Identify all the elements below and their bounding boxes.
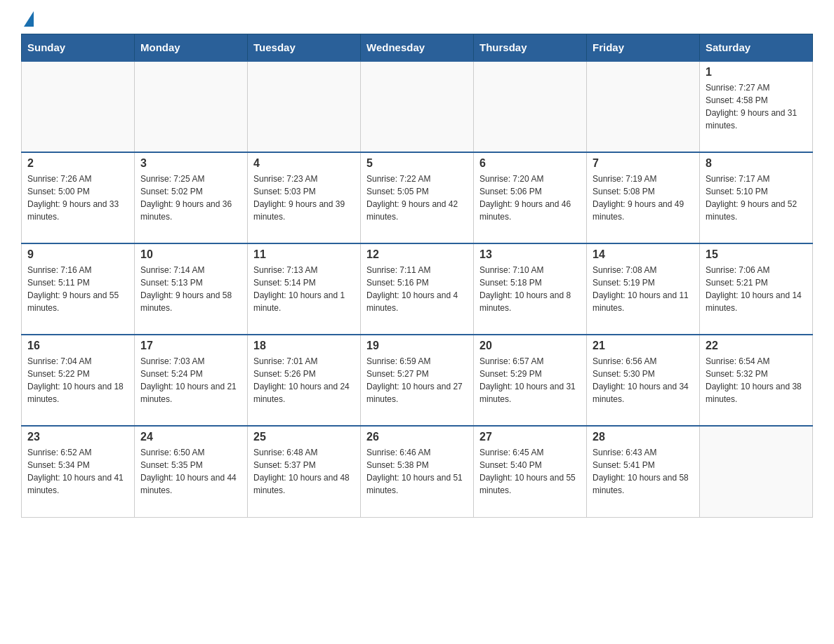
day-number: 19	[366, 340, 468, 352]
day-of-week-header: Sunday	[22, 34, 135, 62]
calendar-day-cell: 12Sunrise: 7:11 AM Sunset: 5:16 PM Dayli…	[361, 243, 474, 335]
day-info: Sunrise: 7:03 AM Sunset: 5:24 PM Dayligh…	[140, 355, 241, 405]
day-of-week-header: Monday	[135, 34, 248, 62]
calendar-day-cell	[135, 61, 248, 152]
day-info: Sunrise: 6:54 AM Sunset: 5:32 PM Dayligh…	[706, 355, 807, 405]
day-info: Sunrise: 6:50 AM Sunset: 5:35 PM Dayligh…	[140, 446, 241, 497]
day-info: Sunrise: 7:20 AM Sunset: 5:06 PM Dayligh…	[479, 173, 581, 223]
calendar-day-cell: 19Sunrise: 6:59 AM Sunset: 5:27 PM Dayli…	[361, 335, 474, 426]
calendar-week-row: 9Sunrise: 7:16 AM Sunset: 5:11 PM Daylig…	[22, 243, 813, 335]
day-info: Sunrise: 7:22 AM Sunset: 5:05 PM Dayligh…	[366, 173, 468, 223]
day-info: Sunrise: 6:43 AM Sunset: 5:41 PM Dayligh…	[593, 446, 694, 497]
day-info: Sunrise: 6:52 AM Sunset: 5:34 PM Dayligh…	[27, 446, 128, 497]
day-number: 16	[27, 340, 128, 352]
page-header	[21, 14, 813, 27]
day-info: Sunrise: 6:45 AM Sunset: 5:40 PM Dayligh…	[479, 446, 581, 497]
day-number: 6	[479, 157, 581, 170]
day-number: 28	[593, 431, 694, 443]
day-number: 5	[366, 157, 468, 170]
day-number: 13	[479, 248, 581, 261]
day-number: 3	[140, 157, 241, 170]
day-info: Sunrise: 7:19 AM Sunset: 5:08 PM Dayligh…	[593, 173, 694, 223]
day-number: 7	[593, 157, 694, 170]
day-info: Sunrise: 7:14 AM Sunset: 5:13 PM Dayligh…	[140, 264, 241, 314]
day-info: Sunrise: 6:46 AM Sunset: 5:38 PM Dayligh…	[366, 446, 468, 497]
day-info: Sunrise: 6:48 AM Sunset: 5:37 PM Dayligh…	[253, 446, 355, 497]
day-number: 2	[27, 157, 128, 170]
calendar-day-cell	[361, 61, 474, 152]
calendar-day-cell: 27Sunrise: 6:45 AM Sunset: 5:40 PM Dayli…	[474, 426, 587, 517]
day-info: Sunrise: 6:59 AM Sunset: 5:27 PM Dayligh…	[366, 355, 468, 405]
logo	[21, 14, 34, 27]
calendar-day-cell: 1Sunrise: 7:27 AM Sunset: 4:58 PM Daylig…	[700, 61, 813, 152]
calendar-day-cell	[587, 61, 700, 152]
calendar-day-cell: 7Sunrise: 7:19 AM Sunset: 5:08 PM Daylig…	[587, 152, 700, 243]
day-number: 15	[706, 248, 807, 261]
calendar-day-cell: 13Sunrise: 7:10 AM Sunset: 5:18 PM Dayli…	[474, 243, 587, 335]
calendar-day-cell	[22, 61, 135, 152]
day-of-week-header: Saturday	[700, 34, 813, 62]
day-number: 8	[706, 157, 807, 170]
calendar-day-cell: 8Sunrise: 7:17 AM Sunset: 5:10 PM Daylig…	[700, 152, 813, 243]
day-info: Sunrise: 7:25 AM Sunset: 5:02 PM Dayligh…	[140, 173, 241, 223]
day-of-week-header: Tuesday	[248, 34, 361, 62]
day-info: Sunrise: 7:04 AM Sunset: 5:22 PM Dayligh…	[27, 355, 128, 405]
day-number: 11	[253, 248, 355, 261]
day-info: Sunrise: 6:56 AM Sunset: 5:30 PM Dayligh…	[593, 355, 694, 405]
day-number: 10	[140, 248, 241, 261]
day-info: Sunrise: 7:27 AM Sunset: 4:58 PM Dayligh…	[706, 81, 807, 132]
day-number: 20	[479, 340, 581, 352]
day-number: 4	[253, 157, 355, 170]
calendar-day-cell: 25Sunrise: 6:48 AM Sunset: 5:37 PM Dayli…	[248, 426, 361, 517]
calendar-day-cell: 14Sunrise: 7:08 AM Sunset: 5:19 PM Dayli…	[587, 243, 700, 335]
day-number: 1	[706, 66, 807, 79]
calendar-day-cell	[700, 426, 813, 517]
calendar-day-cell: 3Sunrise: 7:25 AM Sunset: 5:02 PM Daylig…	[135, 152, 248, 243]
calendar-day-cell: 4Sunrise: 7:23 AM Sunset: 5:03 PM Daylig…	[248, 152, 361, 243]
calendar-day-cell: 21Sunrise: 6:56 AM Sunset: 5:30 PM Dayli…	[587, 335, 700, 426]
day-number: 24	[140, 431, 241, 443]
day-number: 22	[706, 340, 807, 352]
day-number: 26	[366, 431, 468, 443]
calendar-day-cell: 22Sunrise: 6:54 AM Sunset: 5:32 PM Dayli…	[700, 335, 813, 426]
day-info: Sunrise: 7:11 AM Sunset: 5:16 PM Dayligh…	[366, 264, 468, 314]
calendar-day-cell: 24Sunrise: 6:50 AM Sunset: 5:35 PM Dayli…	[135, 426, 248, 517]
day-number: 21	[593, 340, 694, 352]
day-info: Sunrise: 7:01 AM Sunset: 5:26 PM Dayligh…	[253, 355, 355, 405]
day-number: 9	[27, 248, 128, 261]
day-info: Sunrise: 7:17 AM Sunset: 5:10 PM Dayligh…	[706, 173, 807, 223]
day-number: 27	[479, 431, 581, 443]
calendar-header-row: SundayMondayTuesdayWednesdayThursdayFrid…	[22, 34, 813, 62]
day-info: Sunrise: 7:06 AM Sunset: 5:21 PM Dayligh…	[706, 264, 807, 314]
calendar-day-cell: 11Sunrise: 7:13 AM Sunset: 5:14 PM Dayli…	[248, 243, 361, 335]
day-number: 23	[27, 431, 128, 443]
day-of-week-header: Friday	[587, 34, 700, 62]
calendar-day-cell: 18Sunrise: 7:01 AM Sunset: 5:26 PM Dayli…	[248, 335, 361, 426]
day-info: Sunrise: 7:08 AM Sunset: 5:19 PM Dayligh…	[593, 264, 694, 314]
calendar-table: SundayMondayTuesdayWednesdayThursdayFrid…	[21, 34, 813, 518]
calendar-week-row: 23Sunrise: 6:52 AM Sunset: 5:34 PM Dayli…	[22, 426, 813, 517]
day-info: Sunrise: 7:10 AM Sunset: 5:18 PM Dayligh…	[479, 264, 581, 314]
day-number: 14	[593, 248, 694, 261]
calendar-day-cell: 5Sunrise: 7:22 AM Sunset: 5:05 PM Daylig…	[361, 152, 474, 243]
calendar-day-cell: 28Sunrise: 6:43 AM Sunset: 5:41 PM Dayli…	[587, 426, 700, 517]
day-info: Sunrise: 7:13 AM Sunset: 5:14 PM Dayligh…	[253, 264, 355, 314]
day-number: 12	[366, 248, 468, 261]
calendar-day-cell: 10Sunrise: 7:14 AM Sunset: 5:13 PM Dayli…	[135, 243, 248, 335]
calendar-week-row: 1Sunrise: 7:27 AM Sunset: 4:58 PM Daylig…	[22, 61, 813, 152]
calendar-day-cell: 26Sunrise: 6:46 AM Sunset: 5:38 PM Dayli…	[361, 426, 474, 517]
calendar-day-cell: 2Sunrise: 7:26 AM Sunset: 5:00 PM Daylig…	[22, 152, 135, 243]
calendar-day-cell: 23Sunrise: 6:52 AM Sunset: 5:34 PM Dayli…	[22, 426, 135, 517]
day-info: Sunrise: 6:57 AM Sunset: 5:29 PM Dayligh…	[479, 355, 581, 405]
calendar-day-cell: 20Sunrise: 6:57 AM Sunset: 5:29 PM Dayli…	[474, 335, 587, 426]
day-number: 25	[253, 431, 355, 443]
calendar-day-cell	[474, 61, 587, 152]
calendar-week-row: 2Sunrise: 7:26 AM Sunset: 5:00 PM Daylig…	[22, 152, 813, 243]
day-number: 18	[253, 340, 355, 352]
calendar-week-row: 16Sunrise: 7:04 AM Sunset: 5:22 PM Dayli…	[22, 335, 813, 426]
day-of-week-header: Wednesday	[361, 34, 474, 62]
calendar-day-cell: 9Sunrise: 7:16 AM Sunset: 5:11 PM Daylig…	[22, 243, 135, 335]
calendar-day-cell: 15Sunrise: 7:06 AM Sunset: 5:21 PM Dayli…	[700, 243, 813, 335]
day-number: 17	[140, 340, 241, 352]
day-info: Sunrise: 7:23 AM Sunset: 5:03 PM Dayligh…	[253, 173, 355, 223]
